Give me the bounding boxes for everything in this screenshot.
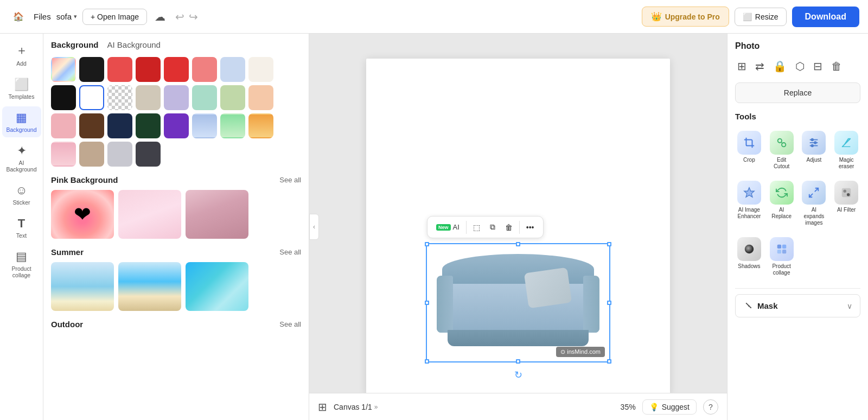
tab-background[interactable]: Background bbox=[51, 40, 99, 49]
outdoor-see-all[interactable]: See all bbox=[279, 320, 301, 328]
layers-button[interactable]: ⊞ bbox=[318, 400, 327, 413]
handle-top-center[interactable] bbox=[516, 242, 520, 246]
color-swatch-mint[interactable] bbox=[192, 85, 217, 110]
color-swatch-brown[interactable] bbox=[79, 113, 104, 138]
sidebar-item-sticker[interactable]: ☺ Sticker bbox=[2, 179, 41, 210]
color-swatch-red1[interactable] bbox=[107, 57, 132, 82]
color-swatch-purple[interactable] bbox=[164, 113, 189, 138]
select-area-button[interactable]: ⬚ bbox=[469, 220, 484, 234]
color-swatch-lightgray[interactable] bbox=[107, 142, 132, 167]
bg-thumb-flowers[interactable] bbox=[118, 190, 181, 239]
color-swatch-greengrad[interactable] bbox=[220, 113, 245, 138]
trash-icon[interactable]: 🗑 bbox=[829, 58, 844, 75]
replace-button[interactable]: Replace bbox=[735, 82, 860, 103]
color-swatch-orangegrad[interactable] bbox=[248, 113, 273, 138]
tool-ai-expands[interactable]: AI expands images bbox=[800, 177, 828, 230]
color-swatch-darkblack[interactable] bbox=[51, 85, 76, 110]
bg-thumb-summer2[interactable] bbox=[118, 262, 181, 311]
tool-edit-cutout[interactable]: Edit Cutout bbox=[768, 128, 796, 173]
redo-button[interactable]: ↪ bbox=[189, 10, 198, 23]
svg-rect-10 bbox=[842, 188, 851, 198]
summer-see-all[interactable]: See all bbox=[279, 248, 301, 256]
sidebar-item-product-collage[interactable]: ▤ Product collage bbox=[2, 245, 41, 283]
bg-thumb-summer1[interactable] bbox=[51, 262, 114, 311]
handle-top-right[interactable] bbox=[607, 242, 611, 246]
resize-button[interactable]: ⬜ Resize bbox=[735, 8, 787, 26]
breadcrumb[interactable]: sofa ▾ bbox=[56, 12, 77, 21]
color-swatch-darkgreen[interactable] bbox=[136, 113, 161, 138]
pink-background-see-all[interactable]: See all bbox=[279, 176, 301, 184]
tool-ai-replace[interactable]: AI Replace bbox=[768, 177, 796, 230]
bg-thumb-summer3[interactable] bbox=[186, 262, 248, 311]
color-swatch-cream[interactable] bbox=[248, 57, 273, 82]
bg-thumb-room[interactable] bbox=[186, 190, 248, 239]
tool-adjust[interactable]: Adjust bbox=[800, 128, 828, 173]
handle-middle-right[interactable] bbox=[607, 301, 611, 305]
tool-collage[interactable]: Product collage bbox=[768, 234, 796, 279]
sidebar-item-ai-background[interactable]: ✦ AI Background bbox=[2, 139, 41, 177]
tool-crop[interactable]: Crop bbox=[735, 128, 763, 173]
color-swatch-darkgray[interactable] bbox=[136, 142, 161, 167]
color-swatch-taupe[interactable] bbox=[79, 142, 104, 167]
color-swatch-black[interactable] bbox=[79, 57, 104, 82]
home-button[interactable]: 🏠 bbox=[9, 7, 28, 27]
breadcrumb-chevron-icon: ▾ bbox=[74, 13, 77, 20]
canvas-label[interactable]: Canvas 1/1 » bbox=[334, 403, 378, 411]
sidebar-item-background[interactable]: ▦ Background bbox=[2, 106, 41, 137]
open-image-button[interactable]: + Open Image bbox=[82, 9, 147, 25]
rotate-handle[interactable]: ↻ bbox=[514, 369, 522, 381]
sofa-selection[interactable]: New AI ⬚ ⧉ 🗑 ••• bbox=[426, 243, 610, 362]
handle-top-left[interactable] bbox=[425, 242, 429, 246]
color-swatch-pink1[interactable] bbox=[51, 113, 76, 138]
copy-canvas-button[interactable]: ⧉ bbox=[486, 220, 500, 234]
color-swatch-lightblue1[interactable] bbox=[220, 57, 245, 82]
collapse-panel-button[interactable]: ‹ bbox=[309, 214, 319, 240]
more-button[interactable]: ••• bbox=[522, 220, 539, 234]
handle-bottom-center[interactable] bbox=[516, 359, 520, 364]
color-swatch-salmon[interactable] bbox=[192, 57, 217, 82]
color-swatch-lightgreen[interactable] bbox=[220, 85, 245, 110]
mask-shape-icon[interactable]: ⬡ bbox=[793, 58, 807, 75]
help-button[interactable]: ? bbox=[703, 399, 718, 415]
suggest-button[interactable]: 💡 Suggest bbox=[642, 399, 697, 415]
upgrade-button[interactable]: 👑 Upgrade to Pro bbox=[642, 7, 729, 27]
tool-shadows[interactable]: Shadows bbox=[735, 234, 763, 279]
color-swatch-navyblue[interactable] bbox=[107, 113, 132, 138]
duplicate-icon[interactable]: ⊟ bbox=[811, 58, 825, 75]
lock-icon[interactable]: 🔒 bbox=[771, 58, 789, 75]
files-label[interactable]: Files bbox=[34, 12, 51, 21]
download-button[interactable]: Download bbox=[792, 7, 859, 27]
color-swatch-red3[interactable] bbox=[164, 57, 189, 82]
color-swatch-lavender1[interactable] bbox=[164, 85, 189, 110]
color-swatch-pinkgrad[interactable] bbox=[51, 142, 76, 167]
cloud-icon[interactable]: ☁ bbox=[155, 10, 165, 23]
handle-middle-left[interactable] bbox=[425, 301, 429, 305]
tool-icon-magic-eraser bbox=[834, 131, 858, 155]
sidebar-item-templates[interactable]: ⬜ Templates bbox=[2, 73, 41, 104]
ai-new-button[interactable]: New AI bbox=[432, 220, 464, 234]
tool-ai-filter[interactable]: AI Filter bbox=[832, 177, 860, 230]
sidebar-item-add[interactable]: ＋ Add bbox=[2, 38, 41, 71]
layers-icon[interactable]: ⊞ bbox=[735, 58, 749, 75]
resize-label: Resize bbox=[755, 12, 778, 21]
color-swatch-checkered[interactable] bbox=[107, 85, 132, 110]
tool-label-collage: Product collage bbox=[769, 263, 795, 276]
zoom-label[interactable]: 35% bbox=[621, 403, 636, 411]
tab-ai-background[interactable]: AI Background bbox=[107, 40, 161, 49]
flip-icon[interactable]: ⇄ bbox=[753, 58, 767, 75]
color-swatch-peach[interactable] bbox=[248, 85, 273, 110]
handle-bottom-left[interactable] bbox=[425, 359, 429, 364]
color-swatch-red2[interactable] bbox=[136, 57, 161, 82]
handle-bottom-right[interactable] bbox=[607, 359, 611, 364]
color-swatch-bluegrad1[interactable] bbox=[192, 113, 217, 138]
sidebar-item-text[interactable]: T Text bbox=[2, 212, 41, 243]
undo-button[interactable]: ↩ bbox=[175, 10, 184, 23]
tool-magic-eraser[interactable]: Magic eraser bbox=[832, 128, 860, 173]
color-swatch-white[interactable] bbox=[79, 85, 104, 110]
bg-thumb-heart[interactable]: ❤ bbox=[51, 190, 114, 239]
mask-row[interactable]: ⟍ Mask ∨ bbox=[735, 294, 860, 317]
color-swatch-beige[interactable] bbox=[136, 85, 161, 110]
color-swatch-gradient[interactable] bbox=[51, 57, 76, 82]
delete-button[interactable]: 🗑 bbox=[501, 220, 517, 234]
tool-ai-enhancer[interactable]: AI Image Enhancer bbox=[735, 177, 763, 230]
